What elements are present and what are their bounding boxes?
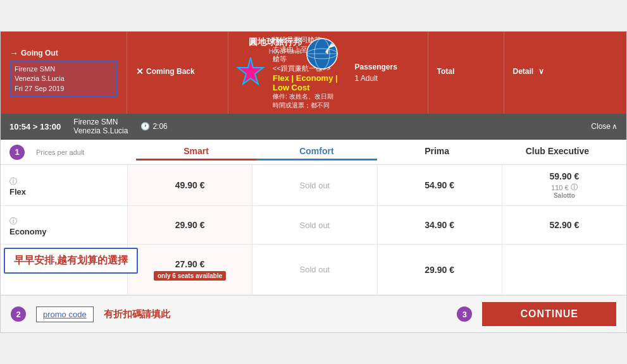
continue-button[interactable]: CONTINUE [482, 302, 616, 326]
economy-comfort-price: Sold out [252, 206, 376, 244]
passengers-count: 1 Adult [355, 74, 419, 83]
footer: 2 promo code 有折扣碼請填此 3 CONTINUE [1, 295, 626, 332]
budget-annotation: 早早安排,越有划算的選擇 [4, 248, 138, 274]
train-time: 10:54 > 13:00 [9, 122, 61, 131]
globe-icon-area [305, 37, 340, 73]
clock-icon: 🕐 [140, 122, 150, 131]
x-icon: ✕ [136, 66, 144, 76]
star-decoration [235, 56, 266, 90]
flex-comfort-price: Sold out [252, 165, 376, 205]
train-duration: 🕐 2:06 [140, 122, 167, 131]
club-col-header: Club Executive [497, 143, 618, 161]
detail-col: Detail ∨ [504, 32, 627, 114]
flex-label: Flex [9, 187, 118, 197]
economy-prima-price[interactable]: 34.90 € [377, 206, 502, 244]
train-route: Firenze SMN Venezia S.Lucia [73, 118, 128, 135]
flex-info-icon: ⓘ [9, 176, 118, 187]
detail-title: Detail ∨ [513, 67, 618, 76]
economy-row: ⓘ Economy 29.90 € Sold out 34.90 € 52.90… [1, 206, 626, 245]
economy-prices: 29.90 € Sold out 34.90 € 52.90 € [127, 206, 626, 244]
fare-column-headers: Smart Comfort Prima Club Executive [136, 143, 618, 161]
promo-code-button[interactable]: promo code [36, 306, 94, 322]
step-2-badge: 2 [11, 306, 26, 322]
going-out-box: Firenze SMN Venezia S.Lucia Fri 27 Sep 2… [9, 61, 118, 97]
economy-smart-price[interactable]: 29.90 € [127, 206, 252, 244]
passengers-title: Passengers [355, 63, 419, 71]
economy-label-area: ⓘ Economy [1, 206, 127, 244]
economy-club-price[interactable]: 52.90 € [502, 206, 626, 244]
main-container: → Going Out Firenze SMN Venezia S.Lucia … [0, 31, 627, 333]
promo-annotation-text: 有折扣碼請填此 [104, 308, 170, 320]
step-3-badge: 3 [457, 306, 472, 322]
star-icon [235, 56, 266, 88]
coming-back-title: ✕ Coming Back [136, 66, 219, 76]
hoya-text-area: 圓地球旅行邦 HoyaPlanet [249, 37, 302, 55]
comfort-col-header: Comfort [256, 143, 376, 161]
low-cost-club-price [502, 245, 626, 294]
total-col: Total [428, 32, 504, 114]
flex-row: ⓘ Flex 49.90 € Sold out 54.90 € 59.90 € … [1, 165, 626, 206]
info-icon-salotto: ⓘ [571, 183, 578, 192]
prices-header-row: 1 Prices per adult Smart Comfort Prima C… [1, 140, 626, 165]
flex-prima-price[interactable]: 54.90 € [377, 165, 502, 205]
close-button[interactable]: Close ∧ [591, 122, 618, 131]
flex-smart-price[interactable]: 49.90 € [127, 165, 252, 205]
globe-icon [305, 37, 340, 71]
chevron-down-icon: ∨ [538, 67, 544, 76]
seats-badge: only 6 seats available [154, 271, 226, 281]
economy-info-icon: ⓘ [9, 216, 118, 227]
prima-col-header: Prima [377, 143, 497, 161]
going-out-title: → Going Out [9, 48, 118, 58]
low-cost-prices: 27.90 € only 6 seats available Sold out … [127, 245, 626, 294]
smart-col-header: Smart [136, 143, 256, 161]
close-icon: ∧ [612, 122, 618, 131]
flex-label-area: ⓘ Flex [1, 165, 127, 205]
flex-club-price[interactable]: 59.90 € 110 € ⓘ Salotto [502, 165, 626, 205]
step-1-badge: 1 [9, 145, 25, 160]
prices-per-adult-label: Prices per adult [36, 149, 84, 156]
low-cost-prima-price[interactable]: 29.90 € [377, 245, 502, 294]
total-title: Total [437, 67, 495, 76]
header: → Going Out Firenze SMN Venezia S.Lucia … [1, 32, 626, 114]
low-cost-row: 早早安排,越有划算的選擇 Low Cost 27.90 € only 6 sea… [1, 245, 626, 295]
low-cost-comfort-price: Sold out [252, 245, 376, 294]
prices-section: 1 Prices per adult Smart Comfort Prima C… [1, 140, 626, 295]
arrow-right-icon: → [9, 48, 18, 58]
flex-prices: 49.90 € Sold out 54.90 € 59.90 € 110 € ⓘ… [127, 165, 626, 205]
svg-marker-0 [238, 58, 263, 84]
train-row: 10:54 > 13:00 Firenze SMN Venezia S.Luci… [1, 114, 626, 140]
passengers-col: Passengers 1 Adult [346, 32, 428, 114]
header-annotation-area: 橫排是不同艙等 左邊由上至下則是同艙等 <<跟買廉航一樣>> Flex | Ec… [228, 32, 346, 114]
going-out-col: → Going Out Firenze SMN Venezia S.Lucia … [1, 32, 127, 114]
low-cost-smart-price[interactable]: 27.90 € only 6 seats available [127, 245, 252, 294]
economy-label: Economy [9, 227, 118, 236]
coming-back-col: ✕ Coming Back [127, 32, 228, 114]
